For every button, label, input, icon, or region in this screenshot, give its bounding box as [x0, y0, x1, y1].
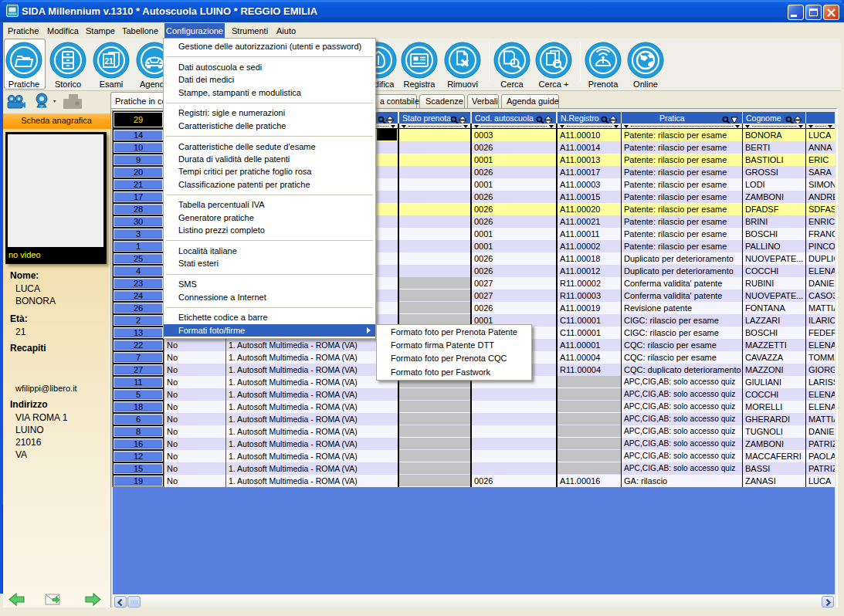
svg-text:21: 21: [104, 57, 114, 66]
